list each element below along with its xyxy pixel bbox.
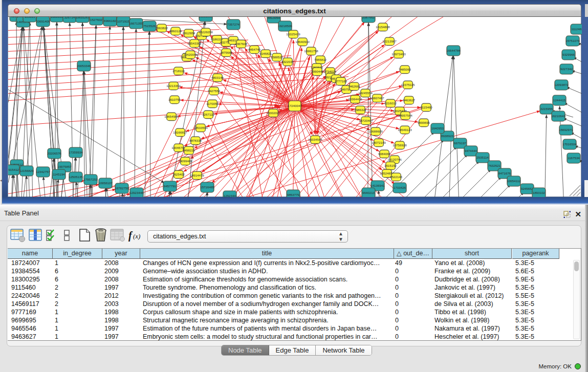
- svg-text:8878334: 8878334: [189, 139, 202, 142]
- svg-text:6679197: 6679197: [454, 141, 467, 145]
- svg-text:9245652: 9245652: [521, 187, 534, 190]
- svg-text:17240047: 17240047: [288, 104, 302, 107]
- svg-text:19334544: 19334544: [308, 138, 322, 141]
- svg-text:1292344: 1292344: [224, 194, 236, 197]
- svg-text:1145194: 1145194: [53, 172, 65, 176]
- svg-text:7485063: 7485063: [399, 68, 411, 71]
- svg-text:22420046: 22420046: [183, 53, 198, 56]
- svg-text:3267110: 3267110: [202, 113, 214, 116]
- svg-text:16782759: 16782759: [115, 186, 129, 190]
- svg-text:15751074: 15751074: [565, 39, 580, 42]
- svg-text:9084067: 9084067: [378, 152, 391, 156]
- svg-text:1610755: 1610755: [168, 98, 181, 101]
- svg-text:3215955: 3215955: [540, 107, 553, 111]
- svg-text:1061653: 1061653: [51, 17, 63, 18]
- svg-text:14957544: 14957544: [398, 114, 412, 117]
- svg-text:8471676: 8471676: [498, 171, 511, 175]
- svg-text:19218506: 19218506: [278, 24, 292, 28]
- svg-text:9474444: 9474444: [465, 149, 477, 152]
- svg-text:15692971: 15692971: [559, 128, 573, 132]
- svg-text:1733426: 1733426: [394, 186, 406, 189]
- svg-text:12342757: 12342757: [36, 170, 50, 173]
- svg-text:10973493: 10973493: [391, 52, 406, 56]
- svg-text:16961758: 16961758: [304, 49, 318, 53]
- svg-text:10654112: 10654112: [507, 179, 521, 183]
- svg-text:1527602: 1527602: [90, 18, 103, 21]
- svg-text:20691406: 20691406: [36, 19, 50, 23]
- svg-text:16210643: 16210643: [551, 114, 565, 118]
- svg-text:12375115: 12375115: [401, 83, 415, 86]
- svg-text:1588520: 1588520: [271, 55, 284, 59]
- svg-text:13533594: 13533594: [193, 126, 208, 129]
- svg-text:20206576: 20206576: [47, 151, 61, 155]
- svg-text:20053346: 20053346: [77, 64, 91, 68]
- svg-text:9734028: 9734028: [324, 70, 337, 73]
- svg-text:7632621: 7632621: [488, 164, 501, 167]
- svg-text:933613: 933613: [25, 17, 35, 18]
- svg-text:10958107: 10958107: [98, 181, 113, 185]
- svg-text:8912954: 8912954: [183, 31, 195, 35]
- svg-text:12213967: 12213967: [382, 39, 397, 43]
- svg-text:1615152: 1615152: [384, 164, 397, 167]
- svg-text:17957253: 17957253: [83, 178, 98, 181]
- svg-text:15720407: 15720407: [359, 119, 373, 122]
- svg-text:7515526: 7515526: [143, 24, 156, 28]
- svg-text:7955812: 7955812: [314, 58, 327, 61]
- svg-text:8938923: 8938923: [441, 134, 454, 138]
- svg-text:13325419: 13325419: [286, 32, 300, 36]
- svg-text:9457791: 9457791: [164, 184, 177, 188]
- svg-text:9427552: 9427552: [208, 89, 221, 93]
- svg-text:17016504: 17016504: [562, 142, 577, 146]
- svg-text:18072149: 18072149: [372, 141, 386, 144]
- svg-text:f: f: [128, 230, 133, 242]
- svg-text:19654985: 19654985: [164, 115, 179, 118]
- svg-text:16120746: 16120746: [387, 158, 402, 161]
- svg-text:6216012: 6216012: [384, 101, 397, 105]
- svg-text:9699695: 9699695: [418, 121, 430, 124]
- svg-text:326714: 326714: [64, 17, 75, 19]
- svg-text:16549123: 16549123: [398, 128, 412, 132]
- svg-text:14099489: 14099489: [178, 159, 192, 163]
- svg-text:1893102: 1893102: [533, 191, 546, 194]
- svg-text:12093872: 12093872: [554, 83, 569, 86]
- svg-text:2935114: 2935114: [476, 156, 489, 159]
- svg-text:(x): (x): [133, 232, 140, 240]
- svg-text:1167534: 1167534: [568, 156, 580, 160]
- svg-text:1071915: 1071915: [117, 19, 130, 23]
- svg-text:9463627: 9463627: [403, 98, 416, 102]
- svg-text:2522143: 2522143: [390, 175, 403, 179]
- svg-text:2367608: 2367608: [235, 42, 248, 46]
- svg-text:9146821: 9146821: [259, 52, 272, 55]
- svg-text:7663822: 7663822: [156, 26, 168, 30]
- svg-text:8322037: 8322037: [281, 60, 294, 63]
- svg-text:8454749: 8454749: [248, 48, 261, 51]
- svg-text:10756928: 10756928: [393, 143, 407, 147]
- svg-text:10655267: 10655267: [75, 17, 90, 19]
- svg-text:9227342: 9227342: [560, 67, 573, 71]
- svg-text:6966160: 6966160: [104, 19, 117, 23]
- svg-text:10807487: 10807487: [370, 96, 384, 100]
- svg-text:16154808: 16154808: [376, 25, 390, 29]
- svg-text:7357274: 7357274: [227, 23, 240, 26]
- svg-text:7462661: 7462661: [348, 84, 361, 88]
- svg-text:12505135: 12505135: [69, 175, 83, 179]
- svg-text:12156829: 12156829: [19, 169, 34, 172]
- svg-text:15716485: 15716485: [200, 185, 214, 189]
- svg-text:14914479: 14914479: [190, 173, 204, 177]
- svg-text:8813054: 8813054: [268, 17, 280, 19]
- svg-text:9777169: 9777169: [335, 79, 347, 83]
- svg-text:1170055: 1170055: [206, 102, 219, 105]
- svg-text:19166827: 19166827: [173, 130, 187, 134]
- svg-text:8990448: 8990448: [311, 70, 324, 73]
- svg-text:15226058: 15226058: [199, 30, 213, 34]
- svg-text:17359934: 17359934: [69, 150, 83, 154]
- svg-text:4803144: 4803144: [211, 76, 224, 79]
- svg-text:10688609: 10688609: [368, 129, 383, 133]
- svg-text:13302027: 13302027: [266, 111, 280, 115]
- svg-text:20364436: 20364436: [348, 97, 362, 101]
- svg-text:16543382: 16543382: [187, 41, 202, 45]
- svg-text:3498222: 3498222: [183, 148, 195, 152]
- svg-text:9115460: 9115460: [420, 105, 432, 109]
- svg-text:14136941: 14136941: [371, 184, 385, 187]
- svg-text:18245554: 18245554: [358, 91, 373, 95]
